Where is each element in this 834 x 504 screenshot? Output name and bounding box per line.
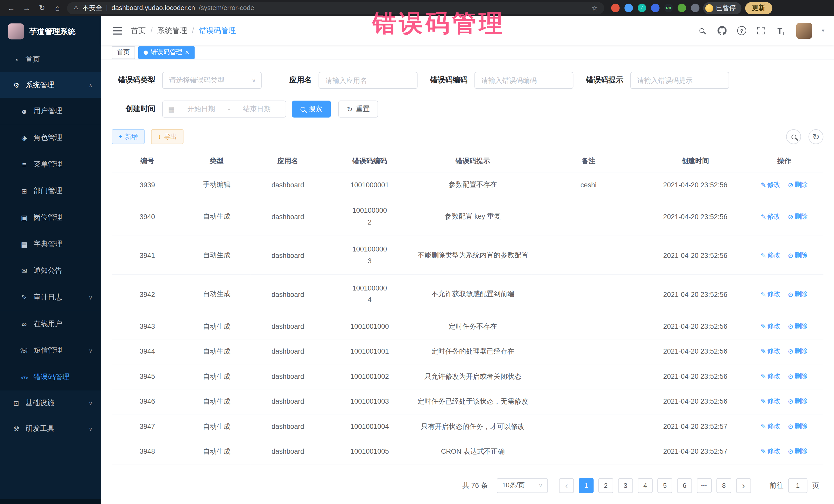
sidebar-item[interactable]: 首页 xyxy=(0,47,101,72)
page-button[interactable]: ••• xyxy=(697,478,711,493)
sms-icon xyxy=(20,346,29,354)
edit-link[interactable]: 修改 xyxy=(761,251,781,260)
user-avatar[interactable] xyxy=(796,23,812,39)
error-type-select[interactable]: 请选择错误码类型 xyxy=(162,72,262,89)
delete-link[interactable]: 删除 xyxy=(788,322,808,331)
page-button[interactable]: 4 xyxy=(638,478,653,493)
add-button[interactable]: 新增 xyxy=(112,129,145,144)
extension-badge-icon[interactable]: on xyxy=(664,4,673,12)
extension-puzzle-icon[interactable] xyxy=(691,4,699,12)
sidebar-item[interactable]: 基础设施 xyxy=(0,390,101,416)
close-icon[interactable] xyxy=(185,48,189,57)
sidebar-item[interactable]: 部门管理 xyxy=(0,178,101,204)
sidebar-item[interactable]: 研发工具 xyxy=(0,416,101,441)
star-icon[interactable] xyxy=(592,4,598,12)
export-button[interactable]: 导出 xyxy=(151,129,183,144)
sidebar-item[interactable]: 角色管理 xyxy=(0,125,101,151)
extension-drop-icon[interactable] xyxy=(624,4,633,12)
show-search-button[interactable] xyxy=(786,129,801,144)
font-size-icon[interactable] xyxy=(776,25,787,36)
back-icon[interactable] xyxy=(5,4,17,12)
edit-link[interactable]: 修改 xyxy=(761,180,781,189)
delete-link[interactable]: 删除 xyxy=(788,212,808,221)
delete-link[interactable]: 删除 xyxy=(788,251,808,260)
tab[interactable]: 首页 xyxy=(112,46,135,59)
cell-type: 自动生成 xyxy=(183,414,250,439)
page-button[interactable]: 6 xyxy=(677,478,692,493)
delete-link[interactable]: 删除 xyxy=(788,397,808,406)
sidebar-item[interactable]: 系统管理 xyxy=(0,72,101,98)
edit-link[interactable]: 修改 xyxy=(761,422,781,431)
cell-type: 自动生成 xyxy=(183,197,250,236)
sidebar-item[interactable]: 在线用户 xyxy=(0,310,101,337)
update-button[interactable]: 更新 xyxy=(745,2,772,14)
delete-link[interactable]: 删除 xyxy=(788,347,808,356)
dictionary-icon xyxy=(20,240,29,248)
github-icon[interactable] xyxy=(717,25,727,36)
sidebar-item[interactable]: 短信管理 xyxy=(0,337,101,364)
cell-code: 1001001003 xyxy=(325,389,414,414)
edit-link[interactable]: 修改 xyxy=(761,397,781,406)
sidebar-item[interactable]: 通知公告 xyxy=(0,257,101,284)
delete-link[interactable]: 删除 xyxy=(788,290,808,299)
reset-button[interactable]: 重置 xyxy=(338,101,378,117)
sidebar-item[interactable]: 错误码管理 xyxy=(0,364,101,391)
sidebar-item[interactable]: 岗位管理 xyxy=(0,204,101,231)
error-code-table: 编号 类型 应用名 错误码编码 错误码提示 备注 创建时间 操作 xyxy=(112,151,823,464)
delete-link[interactable]: 删除 xyxy=(788,422,808,431)
fullscreen-icon[interactable] xyxy=(756,25,766,36)
error-hint-input[interactable] xyxy=(630,72,729,89)
devtools-icon xyxy=(12,425,21,433)
search-icon[interactable] xyxy=(697,25,707,36)
delete-link[interactable]: 删除 xyxy=(788,447,808,456)
extension-bars-icon[interactable] xyxy=(651,4,659,12)
sidebar-item[interactable]: 用户管理 xyxy=(0,98,101,125)
date-range-picker[interactable]: 开始日期 - 结束日期 xyxy=(162,101,286,117)
page-buttons: 1 2 3 4 5 6 ••• xyxy=(579,478,731,493)
edit-link[interactable]: 修改 xyxy=(761,322,781,331)
edit-link[interactable]: 修改 xyxy=(761,447,781,456)
page-button[interactable]: 5 xyxy=(657,478,672,493)
page-size-select[interactable]: 10条/页 xyxy=(497,478,548,493)
sidebar-item[interactable]: 审计日志 xyxy=(0,284,101,311)
page-button[interactable]: 3 xyxy=(618,478,633,493)
page-button[interactable]: 1 xyxy=(579,478,594,493)
extension-check-icon[interactable]: ✓ xyxy=(638,4,646,12)
refresh-table-button[interactable] xyxy=(809,129,824,144)
error-code-input[interactable] xyxy=(475,72,573,89)
caret-down-icon[interactable] xyxy=(822,28,824,34)
code-value: 1001000003 xyxy=(352,244,388,267)
help-icon[interactable] xyxy=(737,26,746,35)
edit-link[interactable]: 修改 xyxy=(761,372,781,381)
goto-page-input[interactable] xyxy=(788,478,808,493)
forward-icon[interactable] xyxy=(21,4,32,12)
delete-link[interactable]: 删除 xyxy=(788,180,808,189)
page-button[interactable]: 8 xyxy=(717,478,731,493)
extension-dot-icon[interactable] xyxy=(611,4,620,12)
edit-link[interactable]: 修改 xyxy=(761,212,781,221)
breadcrumb-item[interactable]: 错误码管理 xyxy=(187,26,236,36)
prev-page-button[interactable] xyxy=(559,478,574,493)
breadcrumb-item[interactable]: 首页 xyxy=(131,26,146,36)
edit-link[interactable]: 修改 xyxy=(761,290,781,299)
home-icon[interactable] xyxy=(51,4,63,12)
page-button[interactable]: 2 xyxy=(598,478,613,493)
sidebar-item[interactable]: 字典管理 xyxy=(0,231,101,258)
app-name-input[interactable] xyxy=(319,72,418,89)
delete-icon xyxy=(788,213,793,220)
edit-link[interactable]: 修改 xyxy=(761,347,781,356)
hamburger-icon[interactable] xyxy=(111,24,124,37)
search-button[interactable]: 搜索 xyxy=(292,101,331,117)
cell-actions: 修改 删除 xyxy=(745,439,823,464)
tab-label: 错误码管理 xyxy=(151,48,182,57)
extension-dot-icon[interactable] xyxy=(678,4,686,12)
code-value: 1001001004 xyxy=(351,422,389,430)
address-bar[interactable]: 不安全 | dashboard.yudao.iocoder.cn/system/… xyxy=(67,2,604,14)
tab[interactable]: 错误码管理 xyxy=(138,46,195,59)
next-page-button[interactable] xyxy=(736,478,751,493)
breadcrumb-item[interactable]: 系统管理 xyxy=(146,26,187,36)
delete-link[interactable]: 删除 xyxy=(788,372,808,381)
reload-icon[interactable] xyxy=(36,4,48,12)
sidebar-item[interactable]: 菜单管理 xyxy=(0,151,101,178)
profile-badge[interactable]: 已暂停 xyxy=(703,2,741,14)
